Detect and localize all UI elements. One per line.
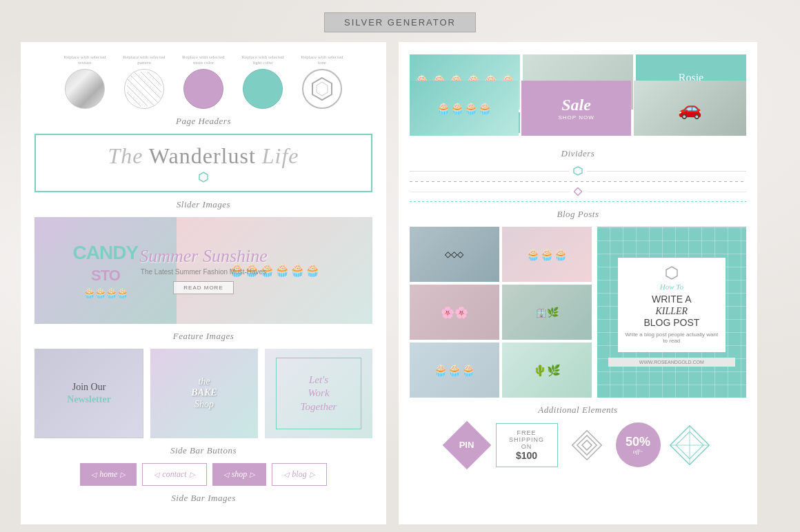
sidebar-btn-shop[interactable]: shop	[212, 463, 267, 486]
left-panel: Replace with selected texture Replace wi…	[21, 42, 386, 524]
generator-label: SILVER GENERATOR	[324, 12, 476, 32]
feature-bake[interactable]: the BAKE Shop	[150, 349, 258, 438]
page-header-box: The Wanderlust Life	[34, 134, 372, 192]
shipping-amount: $100	[505, 450, 549, 461]
swatch-pattern: Replace with selected pattern	[120, 54, 168, 109]
divider-mint-line	[410, 201, 746, 202]
section-feature-label: Feature Images	[34, 331, 372, 342]
sale-label: Sale	[561, 96, 591, 114]
hex-icon	[198, 172, 209, 183]
sidebar-buttons-row: home contact shop blog	[34, 463, 372, 486]
section-blog-label: Blog Posts	[410, 209, 746, 220]
section-headers-label: Page Headers	[34, 116, 372, 127]
slider-overlay: Summer Sunshine The Latest Summer Fashio…	[34, 217, 372, 324]
free-shipping-box: FREE SHIPPING ON $100	[496, 423, 558, 467]
feature-work[interactable]: Let's Work Together	[265, 349, 372, 438]
svg-line-6	[127, 92, 141, 106]
sale-img: Sale SHOP NOW	[521, 81, 630, 136]
bake-text: the BAKE Shop	[191, 376, 217, 411]
svg-marker-10	[574, 167, 582, 175]
blog-subtitle: Write a blog post people actually want t…	[623, 331, 721, 344]
swatches-row: Replace with selected texture Replace wi…	[34, 54, 372, 109]
header-subtitle-line	[50, 172, 357, 183]
blog-main-title: WRITE A KILLER BLOG POST	[643, 294, 699, 329]
hex-divider-icon	[573, 166, 583, 176]
section-sidebar-imgs-label: Side Bar Images	[34, 493, 372, 504]
blog-hex-icon	[665, 266, 679, 280]
blog-how-to: How To	[660, 283, 683, 291]
right-panel: 🧁🧁🧁🧁🧁🧁 Sale SHOP NOW Rosie & Gold ABOUT	[399, 42, 757, 524]
slider-section: CANDY STO 🧁🧁🧁🧁 🧁🧁🧁🧁🧁🧁 Summer Sunshine Th…	[34, 217, 372, 324]
divider-thin-right	[586, 192, 746, 192]
additional-elements-row: PIN FREE SHIPPING ON $100 50% off~	[410, 422, 746, 467]
blog-section: ◇◇◇ 🧁🧁🧁 🌸🌸 🏢🌿 🧁🧁🧁 🌵🌿 How To WRITE A KILL…	[410, 227, 746, 398]
shipping-text: SHIPPING ON	[505, 436, 549, 450]
blog-img-3: 🌸🌸	[410, 285, 499, 340]
free-text: FREE	[505, 429, 549, 436]
feature-newsletter[interactable]: Join Our Newsletter	[34, 349, 143, 438]
divider-line-left-1	[410, 171, 569, 172]
cupcakes-img-2: 🧁🧁🧁🧁	[410, 81, 519, 136]
svg-rect-15	[581, 440, 591, 449]
blog-img-1: ◇◇◇	[410, 227, 499, 282]
work-text: Let's Work Together	[301, 374, 337, 414]
section-dividers-label: Dividers	[410, 148, 746, 159]
blog-left-images: ◇◇◇ 🧁🧁🧁 🌸🌸 🏢🌿 🧁🧁🧁 🌵🌿	[410, 227, 592, 398]
svg-marker-8	[317, 82, 328, 96]
sidebar-btn-home[interactable]: home	[80, 463, 137, 486]
pin-badge-wrapper: PIN	[446, 424, 488, 466]
svg-line-0	[127, 72, 161, 106]
svg-marker-9	[199, 172, 208, 182]
blog-right-card: How To WRITE A KILLER BLOG POST Write a …	[597, 227, 746, 398]
divider-4	[410, 201, 746, 202]
panels-container: Replace with selected texture Replace wi…	[21, 42, 779, 524]
feature-images-row: Join Our Newsletter the BAKE Shop Let's …	[34, 349, 372, 438]
swatch-hex: Replace with selected tone	[298, 54, 346, 109]
dividers-section	[410, 166, 746, 202]
blog-url: WWW.ROSEANDGOLD.COM	[608, 358, 735, 367]
blog-img-2: 🧁🧁🧁	[502, 227, 592, 282]
pin-label: PIN	[446, 424, 488, 466]
svg-marker-12	[666, 267, 677, 279]
blog-card-inner: How To WRITE A KILLER BLOG POST Write a …	[618, 258, 726, 352]
swatch-silver: Replace with selected texture	[61, 54, 109, 109]
percent-off-badge: 50% off~	[616, 422, 661, 467]
svg-rect-14	[577, 435, 596, 454]
swatch-mint: Replace with selected light color	[239, 54, 287, 109]
newsletter-text: Join Our Newsletter	[67, 381, 111, 406]
svg-rect-11	[574, 187, 581, 195]
divider-1	[410, 166, 746, 176]
svg-line-1	[134, 72, 161, 99]
divider-2	[410, 181, 746, 182]
svg-line-5	[148, 72, 161, 85]
divider-3	[410, 187, 746, 196]
header-title: The Wanderlust Life	[50, 143, 357, 169]
divider-thin-left	[410, 192, 570, 192]
geometric-pattern-icon	[566, 424, 608, 466]
slider-subtitle: The Latest Summer Fashion Must-Haves	[141, 268, 266, 276]
section-slider-label: Slider Images	[34, 199, 372, 210]
blog-img-5: 🧁🧁🧁	[410, 342, 499, 398]
geometric-outline-icon	[669, 424, 710, 466]
sidebar-btn-contact[interactable]: contact	[142, 463, 206, 486]
sidebar-btn-blog[interactable]: blog	[272, 463, 326, 486]
svg-line-2	[127, 79, 154, 106]
percent-off-text: off~	[633, 448, 643, 455]
shop-label: SHOP NOW	[558, 114, 594, 121]
swatch-purple: Replace with selected main color	[179, 54, 228, 109]
divider-line-right-1	[587, 171, 746, 172]
blog-img-4: 🏢🌿	[502, 285, 592, 340]
percent-number: 50%	[626, 436, 650, 448]
section-additional-label: Additional Elements	[410, 405, 746, 416]
read-more-button[interactable]: READ MORE	[173, 281, 233, 294]
slider-title: Summer Sunshine	[139, 246, 268, 267]
section-sidebar-btns-label: Side Bar Buttons	[34, 445, 372, 456]
diamond-divider-icon	[574, 187, 582, 196]
top-row-images: 🧁🧁🧁🧁 Sale SHOP NOW 🚗	[410, 81, 746, 136]
blog-img-6: 🌵🌿	[502, 342, 592, 398]
divider-diamond-line	[410, 181, 746, 182]
car-img: 🚗	[634, 81, 746, 136]
svg-marker-7	[312, 78, 332, 100]
